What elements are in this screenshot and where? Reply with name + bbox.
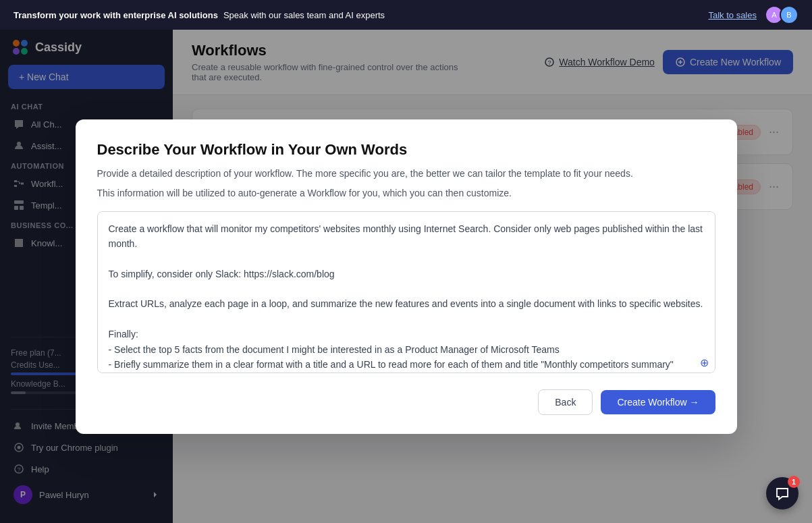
chat-badge: 1 [788,476,800,488]
create-workflow-button[interactable]: Create Workflow → [601,390,715,414]
back-button[interactable]: Back [538,389,593,415]
modal-footer: Back Create Workflow → [173,389,715,415]
modal-desc-1: Provide a detailed description of your w… [173,167,715,181]
chat-bubble-icon [775,486,790,501]
avatar-group: A B [765,5,799,24]
workflow-description-textarea[interactable] [173,211,715,373]
banner-message: Transform your work with enterprise AI s… [13,10,385,20]
banner-bold: Transform your work with enterprise AI s… [13,10,218,20]
modal-desc-2: This information will be utilized to aut… [173,186,715,200]
banner-rest: Speak with our sales team and AI experts [223,10,385,20]
chat-bubble[interactable]: 1 [766,477,799,510]
modal-overlay: Describe Your Workflow in Your Own Words… [173,30,812,523]
modal-title: Describe Your Workflow in Your Own Words [173,141,715,159]
expand-icon[interactable]: ⊕ [700,356,709,369]
describe-workflow-modal: Describe Your Workflow in Your Own Words… [173,119,737,434]
content-area: Workflows Create a reusable workflow wit… [173,30,812,523]
talk-to-sales-link[interactable]: Talk to sales [708,10,757,20]
top-banner: Transform your work with enterprise AI s… [0,0,812,30]
banner-right: Talk to sales A B [708,5,799,24]
textarea-wrapper: ⊕ [173,211,715,376]
main-layout: Cassidy + New Chat AI Chat All Ch... Ass… [0,30,812,523]
avatar-2: B [780,5,799,24]
